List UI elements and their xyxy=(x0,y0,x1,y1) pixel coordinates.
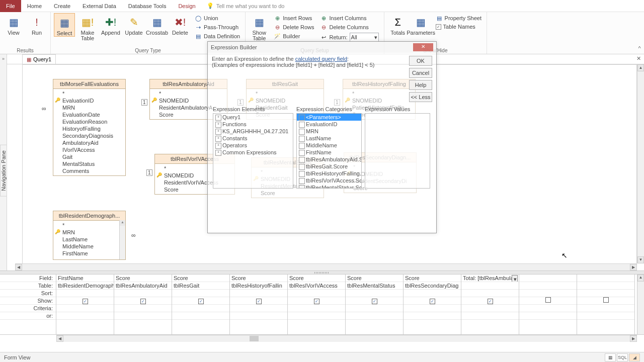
insert-rows-button[interactable]: ⊕Insert Rows xyxy=(272,14,316,22)
field-cell[interactable]: Score xyxy=(404,275,461,282)
tree-item[interactable]: Operators xyxy=(213,142,293,149)
show-cell[interactable]: ✓ xyxy=(230,297,287,305)
view-button[interactable]: ▦View xyxy=(3,13,24,36)
calc-field-link[interactable]: calculated query field xyxy=(295,56,347,62)
show-cell[interactable]: ✓ xyxy=(172,297,229,305)
table-cell[interactable]: tblResGait xyxy=(172,282,229,290)
field-item[interactable]: Comments xyxy=(53,167,125,174)
design-view-button[interactable]: ◢ xyxy=(629,353,640,361)
sql-view-button[interactable]: SQL xyxy=(617,353,628,361)
show-checkbox[interactable]: ✓ xyxy=(83,299,88,304)
less-button[interactable]: << Less xyxy=(409,92,432,102)
field-item[interactable]: Gait xyxy=(53,153,125,160)
field-cell[interactable]: FirstName xyxy=(56,275,114,282)
show-checkbox[interactable]: ✓ xyxy=(314,299,319,304)
show-cell[interactable] xyxy=(577,297,634,305)
table-cell[interactable]: tblResAmbulatoryAid xyxy=(114,282,172,290)
collapse-ribbon-icon[interactable]: ^ xyxy=(635,12,644,54)
grid-column[interactable] xyxy=(519,275,577,334)
run-button[interactable]: !Run xyxy=(26,13,47,36)
totals-button[interactable]: ΣTotals xyxy=(387,13,409,36)
field-cell[interactable]: Score xyxy=(346,275,403,282)
close-icon[interactable]: ✕ xyxy=(413,43,433,51)
table-cell[interactable]: tblResSecondaryDiag xyxy=(404,282,461,290)
passthrough-button[interactable]: ⇢Pass-Through xyxy=(193,23,242,31)
field-item[interactable]: LastName xyxy=(53,236,125,243)
show-cell[interactable]: ✓ xyxy=(288,297,345,305)
tree-item[interactable]: Query1 xyxy=(213,114,293,121)
field-cell[interactable]: Score xyxy=(114,275,172,282)
table-t1[interactable]: tblMorseFallEvaluations*EvaluationIDMRNE… xyxy=(53,79,126,176)
crosstab-button[interactable]: ▦Crosstab xyxy=(146,13,168,36)
show-checkbox[interactable]: ✓ xyxy=(488,299,493,304)
query-tab[interactable]: ▦Query1 xyxy=(22,54,56,64)
table-cell[interactable]: tblResHistoryofFallin xyxy=(230,282,287,290)
close-tab-button[interactable]: ✕ xyxy=(636,55,641,62)
field-item[interactable]: EvaluationReason xyxy=(53,118,125,125)
show-checkbox[interactable]: ✓ xyxy=(430,299,435,304)
grid-hscroll[interactable]: ◀▶ xyxy=(56,335,637,342)
expr-categories-list[interactable]: <Parameters>EvaluationIDMRNLastNameMiddl… xyxy=(296,113,362,189)
tab-external-data[interactable]: External Data xyxy=(76,0,122,12)
table-cell[interactable] xyxy=(519,282,577,290)
show-checkbox[interactable] xyxy=(545,297,551,303)
field-cell[interactable]: Total: [tblResAmbulat▾ xyxy=(461,275,519,282)
tab-design[interactable]: Design xyxy=(172,0,201,12)
field-item[interactable]: SecondaryDiagnosis xyxy=(53,132,125,139)
select-query-button[interactable]: ▦Select xyxy=(54,13,75,37)
show-cell[interactable]: ✓ xyxy=(404,297,461,305)
field-item[interactable]: AmbulatoryAid xyxy=(53,139,125,146)
help-button[interactable]: Help xyxy=(409,80,432,90)
tree-item[interactable]: Constants xyxy=(213,135,293,142)
show-cell[interactable]: ✓ xyxy=(56,297,114,305)
dialog-titlebar[interactable]: Expression Builder✕ xyxy=(208,42,436,53)
show-checkbox[interactable]: ✓ xyxy=(372,299,377,304)
field-item[interactable]: MiddleName xyxy=(53,243,125,250)
grid-column[interactable]: ScoretblResGait✓ xyxy=(172,275,230,334)
data-definition-button[interactable]: ▤Data Definition xyxy=(193,32,242,40)
property-sheet-button[interactable]: ▤Property Sheet xyxy=(434,14,484,22)
tree-item[interactable]: Common Expressions xyxy=(213,149,293,156)
table-header[interactable]: tblMorseFallEvaluations xyxy=(53,79,125,89)
tab-home[interactable]: Home xyxy=(21,0,48,12)
builder-button[interactable]: 🪄Builder xyxy=(272,32,316,40)
table-cell[interactable]: tblResMentalStatus xyxy=(346,282,403,290)
field-item[interactable]: * xyxy=(53,222,125,229)
return-dropdown[interactable]: ↩Return:All▾ xyxy=(318,32,381,42)
field-cell[interactable]: Score xyxy=(172,275,229,282)
show-table-button[interactable]: ▦Show Table xyxy=(249,13,270,41)
grid-column[interactable]: ScoretblResIVorIVAccess✓ xyxy=(288,275,346,334)
category-item[interactable]: FirstName xyxy=(297,149,361,156)
show-checkbox[interactable]: ✓ xyxy=(256,299,262,304)
field-item[interactable]: MentalStatus xyxy=(53,160,125,167)
category-item[interactable]: MiddleName xyxy=(297,142,361,149)
field-item[interactable]: EvaluationDate xyxy=(53,111,125,118)
tell-me-search[interactable]: 💡Tell me what you want to do xyxy=(207,3,285,9)
category-item[interactable]: tblResGait.Score xyxy=(297,163,361,170)
horizontal-scrollbar[interactable]: ◀▶ xyxy=(15,263,637,270)
tab-create[interactable]: Create xyxy=(48,0,76,12)
table-t2[interactable]: tblResidentDemograph...*MRNLastNameMiddl… xyxy=(53,211,126,260)
table-cell[interactable]: tblResidentDemograph xyxy=(56,282,114,290)
show-cell[interactable]: ✓ xyxy=(461,297,519,305)
category-item[interactable]: tblResAmbulatoryAid.Sc xyxy=(297,156,361,163)
field-item[interactable]: MRN xyxy=(53,104,125,111)
tab-database-tools[interactable]: Database Tools xyxy=(122,0,173,12)
field-item[interactable]: * xyxy=(53,90,125,97)
grid-column[interactable]: ScoretblResHistoryofFallin✓ xyxy=(230,275,288,334)
grid-column[interactable]: FirstNametblResidentDemograph✓ xyxy=(56,275,114,334)
show-checkbox[interactable] xyxy=(603,297,609,303)
category-item[interactable]: <Parameters> xyxy=(297,114,361,121)
table-cell[interactable] xyxy=(461,282,519,290)
grid-column[interactable]: ScoretblResAmbulatoryAid✓ xyxy=(114,275,172,334)
table-names-toggle[interactable]: ✓Table Names xyxy=(434,23,484,30)
datasheet-view-button[interactable]: ▦ xyxy=(605,353,616,361)
append-button[interactable]: ✚!Append xyxy=(100,13,121,36)
category-item[interactable]: LastName xyxy=(297,135,361,142)
delete-columns-button[interactable]: ⊖Delete Columns xyxy=(318,23,381,31)
expr-elements-tree[interactable]: Query1FunctionsKS_ARGHHHH_04.27.201Const… xyxy=(213,113,293,189)
parameters-button[interactable]: ▦Parameters xyxy=(411,13,432,36)
field-item[interactable]: FirstName xyxy=(53,250,125,257)
category-item[interactable]: tblResHistoryofFalling.S xyxy=(297,170,361,177)
category-item[interactable]: tblResIVorIVAccess.Sco xyxy=(297,177,361,184)
